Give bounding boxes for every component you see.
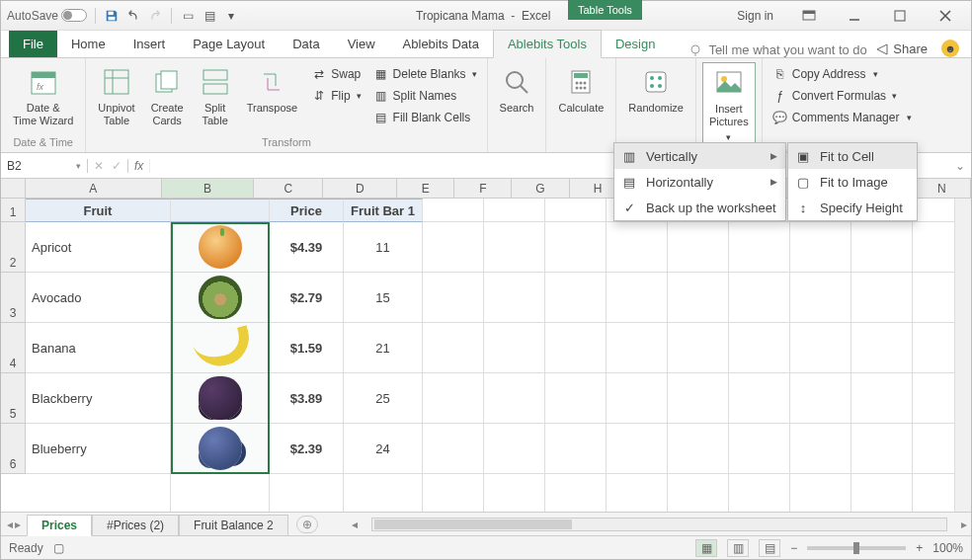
cell[interactable]	[607, 323, 668, 373]
cells-area[interactable]: FruitPriceFruit Bar 1Apricot$4.3911Avoca…	[26, 199, 954, 512]
column-header-E[interactable]: E	[397, 179, 454, 199]
menu-vertically[interactable]: ▥Vertically▶	[614, 143, 785, 169]
cell-bar1[interactable]: 25	[344, 373, 423, 424]
cell[interactable]	[790, 373, 851, 424]
cell[interactable]	[668, 323, 729, 373]
menu-fit-to-cell[interactable]: ▣Fit to Cell	[788, 143, 917, 169]
cell[interactable]	[607, 222, 668, 273]
search-button[interactable]: Search	[494, 62, 540, 119]
cell[interactable]	[607, 373, 668, 424]
header-fruit-bar-1[interactable]: Fruit Bar 1	[344, 199, 423, 222]
cell[interactable]	[851, 373, 913, 424]
randomize-button[interactable]: Randomize	[622, 62, 689, 119]
page-break-view-button[interactable]: ▤	[759, 539, 780, 557]
calculate-button[interactable]: Calculate	[552, 62, 609, 119]
cell[interactable]	[423, 474, 484, 512]
horizontal-scrollbar[interactable]	[371, 518, 947, 531]
cell[interactable]	[344, 474, 423, 512]
cell[interactable]	[423, 373, 484, 424]
cell[interactable]	[545, 373, 607, 424]
cell[interactable]	[851, 424, 913, 474]
cell[interactable]	[607, 474, 668, 512]
column-header-A[interactable]: A	[26, 179, 162, 199]
zoom-level[interactable]: 100%	[932, 541, 963, 555]
normal-view-button[interactable]: ▦	[695, 539, 717, 557]
cell[interactable]	[790, 424, 851, 474]
select-all-corner[interactable]	[1, 179, 26, 199]
hscroll-left-icon[interactable]: ◂	[348, 518, 362, 531]
header-fruit[interactable]: Fruit	[26, 199, 171, 222]
ribbon-display-icon[interactable]	[789, 1, 829, 31]
cell-fruit-name[interactable]: Banana	[26, 323, 171, 373]
cell-price[interactable]: $1.59	[270, 323, 344, 373]
delete-blanks-button[interactable]: ▦Delete Blanks▾	[369, 64, 481, 84]
cell[interactable]	[668, 424, 729, 474]
zoom-slider[interactable]	[807, 546, 906, 550]
menu-fit-to-image[interactable]: ▢Fit to Image	[788, 169, 917, 195]
tab-file[interactable]: File	[9, 31, 57, 57]
cancel-formula-icon[interactable]: ✕	[94, 159, 104, 173]
cell[interactable]	[545, 222, 607, 273]
cell[interactable]	[423, 273, 484, 323]
cell[interactable]	[423, 424, 484, 474]
tab-ablebits-data[interactable]: Ablebits Data	[389, 31, 493, 57]
cell[interactable]	[484, 199, 545, 222]
cell[interactable]	[484, 273, 545, 323]
cell[interactable]	[484, 222, 545, 273]
cell-fruit-name[interactable]: Avocado	[26, 273, 171, 323]
autosave-toggle[interactable]: AutoSave	[7, 9, 87, 23]
cell-bar1[interactable]: 24	[344, 424, 423, 474]
date-time-wizard-button[interactable]: fx Date & Time Wizard	[7, 62, 79, 131]
share-button[interactable]: Share	[875, 41, 928, 56]
name-box[interactable]: B2▾	[1, 159, 88, 173]
cell[interactable]	[484, 373, 545, 424]
column-header-B[interactable]: B	[162, 179, 255, 199]
qat-icon-1[interactable]: ▭	[180, 8, 196, 24]
sheet-nav-prev-icon[interactable]: ◂	[7, 518, 13, 531]
cell-fruit-image[interactable]	[171, 424, 270, 474]
cell[interactable]	[545, 323, 607, 373]
cell[interactable]	[790, 273, 851, 323]
cell-fruit-image[interactable]	[171, 323, 270, 373]
cell[interactable]	[668, 222, 729, 273]
cell[interactable]	[270, 474, 344, 512]
cell[interactable]	[545, 424, 607, 474]
cell[interactable]	[423, 222, 484, 273]
cell[interactable]	[729, 474, 790, 512]
tell-me-search[interactable]: Tell me what you want to do	[688, 42, 866, 57]
row-header-6[interactable]: 6	[1, 424, 26, 474]
cell[interactable]	[171, 474, 270, 512]
cell[interactable]	[668, 474, 729, 512]
flip-button[interactable]: ⇵Flip▾	[307, 86, 364, 106]
hscroll-right-icon[interactable]: ▸	[957, 518, 971, 531]
cell-price[interactable]: $2.39	[270, 424, 344, 474]
header-image[interactable]	[171, 199, 270, 222]
cell-fruit-image[interactable]	[171, 273, 270, 323]
cell[interactable]	[423, 323, 484, 373]
cell[interactable]	[484, 474, 545, 512]
sheet-tab-prices[interactable]: Prices	[27, 515, 92, 536]
cell[interactable]	[545, 273, 607, 323]
zoom-in-icon[interactable]: +	[916, 541, 923, 555]
swap-button[interactable]: ⇄Swap	[307, 64, 364, 84]
row-header-1[interactable]: 1	[1, 199, 26, 222]
menu-backup[interactable]: ✓Back up the worksheet	[614, 195, 785, 220]
cell-bar1[interactable]: 21	[344, 323, 423, 373]
add-sheet-button[interactable]: ⊕	[296, 516, 318, 533]
column-header-D[interactable]: D	[323, 179, 397, 199]
sign-in-link[interactable]: Sign in	[727, 9, 783, 23]
cell[interactable]	[790, 474, 851, 512]
cell-price[interactable]: $4.39	[270, 222, 344, 273]
maximize-button[interactable]	[880, 1, 920, 31]
tab-data[interactable]: Data	[279, 31, 333, 57]
vertical-scrollbar[interactable]	[954, 199, 971, 512]
cell[interactable]	[668, 273, 729, 323]
split-table-button[interactable]: Split Table	[194, 62, 237, 131]
tab-view[interactable]: View	[334, 31, 389, 57]
tab-ablebits-tools[interactable]: Ablebits Tools	[493, 30, 602, 58]
column-header-C[interactable]: C	[254, 179, 323, 199]
convert-formulas-button[interactable]: ƒConvert Formulas▾	[769, 86, 917, 106]
cell-fruit-name[interactable]: Blackberry	[26, 373, 171, 424]
save-icon[interactable]	[104, 8, 120, 24]
cell-fruit-image[interactable]	[171, 222, 270, 273]
